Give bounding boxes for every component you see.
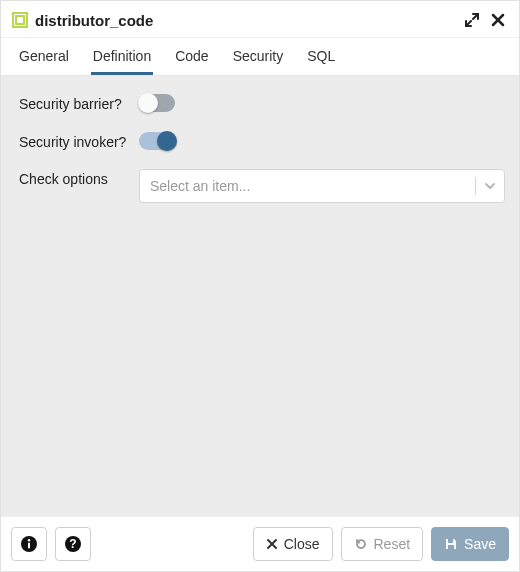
close-label: Close xyxy=(284,536,320,552)
dialog-title: distributor_code xyxy=(35,12,457,29)
reset-button[interactable]: Reset xyxy=(341,527,424,561)
definition-panel: Security barrier? Security invoker? Chec… xyxy=(1,76,519,516)
expand-button[interactable] xyxy=(461,9,483,31)
info-button[interactable] xyxy=(11,527,47,561)
tab-security[interactable]: Security xyxy=(231,38,286,75)
reset-icon xyxy=(354,537,368,551)
tab-definition[interactable]: Definition xyxy=(91,38,153,75)
select-placeholder: Select an item... xyxy=(150,178,467,194)
chevron-down-icon xyxy=(484,180,496,192)
label-security-barrier: Security barrier? xyxy=(19,94,139,114)
label-check-options: Check options xyxy=(19,169,139,189)
save-label: Save xyxy=(464,536,496,552)
toggle-security-invoker[interactable] xyxy=(139,132,175,150)
close-window-button[interactable] xyxy=(487,9,509,31)
dialog-header: distributor_code xyxy=(1,1,519,38)
dialog-footer: ? Close Reset Save xyxy=(1,516,519,571)
help-button[interactable]: ? xyxy=(55,527,91,561)
label-security-invoker: Security invoker? xyxy=(19,132,139,152)
row-security-barrier: Security barrier? xyxy=(19,94,505,114)
svg-rect-7 xyxy=(448,539,453,543)
row-check-options: Check options Select an item... xyxy=(19,169,505,203)
save-button[interactable]: Save xyxy=(431,527,509,561)
tab-general[interactable]: General xyxy=(17,38,71,75)
svg-rect-1 xyxy=(16,16,24,24)
close-button[interactable]: Close xyxy=(253,527,333,561)
row-security-invoker: Security invoker? xyxy=(19,132,505,152)
tab-sql[interactable]: SQL xyxy=(305,38,337,75)
tab-code[interactable]: Code xyxy=(173,38,210,75)
close-icon xyxy=(266,538,278,550)
reset-label: Reset xyxy=(374,536,411,552)
view-icon xyxy=(11,11,29,29)
svg-text:?: ? xyxy=(69,537,76,551)
select-divider xyxy=(475,177,476,195)
tab-bar: General Definition Code Security SQL xyxy=(1,38,519,76)
select-check-options[interactable]: Select an item... xyxy=(139,169,505,203)
svg-rect-8 xyxy=(448,545,454,549)
svg-rect-4 xyxy=(28,543,30,549)
svg-point-3 xyxy=(28,539,30,541)
save-icon xyxy=(444,537,458,551)
toggle-security-barrier[interactable] xyxy=(139,94,175,112)
